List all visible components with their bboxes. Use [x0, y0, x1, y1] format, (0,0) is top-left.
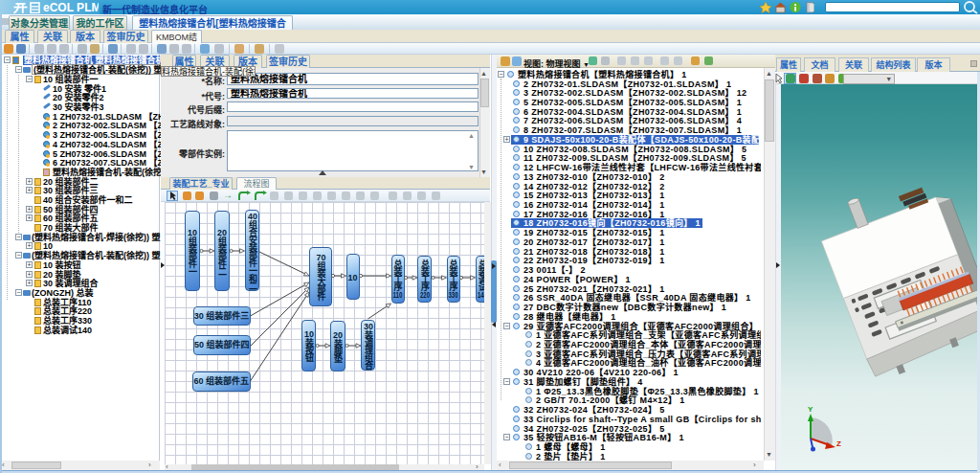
svg-text:Y: Y [808, 405, 813, 414]
svg-text:eCOL PLM: eCOL PLM [43, 1, 99, 13]
svg-text:Z: Z [836, 439, 841, 448]
